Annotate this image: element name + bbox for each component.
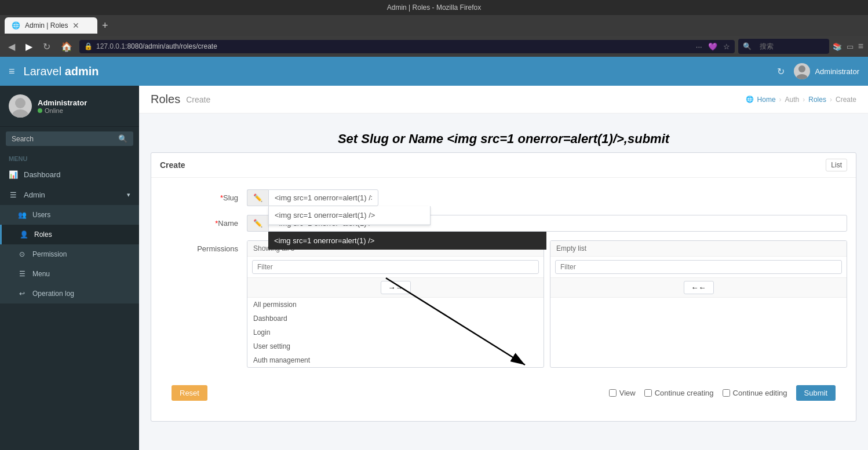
svg-point-0 bbox=[798, 65, 805, 72]
browser-new-tab-button[interactable]: + bbox=[100, 20, 111, 32]
sidebar-item-menu[interactable]: ☰ Menu bbox=[0, 264, 139, 284]
view-checkbox[interactable] bbox=[609, 389, 617, 397]
operation-log-icon: ↩ bbox=[17, 290, 27, 298]
slug-input-group: ✏️ <img src=1 onerror=alert(1) /> bbox=[247, 189, 847, 206]
perm-item-auth-management[interactable]: Auth management bbox=[247, 353, 544, 367]
browser-pocket-icon[interactable]: 💜 bbox=[708, 42, 717, 51]
sidebar-item-label-menu: Menu bbox=[32, 270, 50, 278]
sidebar-search-icon: 🔍 bbox=[118, 134, 127, 143]
sidebar-item-label-operation-log: Operation log bbox=[32, 290, 74, 298]
sidebar-item-operation-log[interactable]: ↩ Operation log bbox=[0, 284, 139, 303]
browser-minimize[interactable]: ─ bbox=[829, 0, 834, 1]
browser-back-button[interactable]: ◀ bbox=[5, 40, 19, 53]
browser-url-path: :8080/admin/auth/roles/create bbox=[125, 42, 217, 50]
permissions-form-group: Permissions Showing all 5 →→ bbox=[160, 240, 847, 368]
permissions-right-filter-input[interactable] bbox=[555, 260, 842, 274]
continue-creating-checkbox[interactable] bbox=[644, 389, 652, 397]
perm-item-dashboard[interactable]: Dashboard bbox=[247, 312, 544, 325]
content-body: Create List *Slug ✏️ bbox=[139, 152, 868, 433]
users-icon: 👥 bbox=[17, 211, 27, 219]
dashboard-icon: 📊 bbox=[9, 170, 18, 179]
sidebar-item-dashboard[interactable]: 📊 Dashboard bbox=[0, 164, 139, 185]
slug-autocomplete-item-1[interactable]: <img src=1 onerror=alert(1) /> bbox=[269, 206, 430, 225]
move-left-button[interactable]: ←← bbox=[684, 281, 714, 294]
breadcrumb-home-icon: 🌐 bbox=[746, 96, 754, 103]
sidebar-search-wrap[interactable]: 🔍 bbox=[6, 131, 133, 146]
app-logo-light: Laravel bbox=[24, 65, 62, 78]
view-checkbox-wrap: View bbox=[609, 389, 636, 397]
browser-bookmark-dots[interactable]: ··· bbox=[696, 42, 702, 51]
browser-chrome: Admin | Roles - Mozilla Firefox ─ □ ✕ 🌐 … bbox=[0, 0, 868, 57]
submit-button[interactable]: Submit bbox=[796, 385, 836, 401]
breadcrumb-roles[interactable]: Roles bbox=[808, 96, 826, 104]
browser-tab-favicon: 🌐 bbox=[12, 21, 20, 30]
name-form-group: *Name ✏️ <img src=1 onerror=alert(1) /> bbox=[160, 215, 847, 232]
slug-autocomplete-dropdown: <img src=1 onerror=alert(1) /> bbox=[268, 206, 431, 225]
continue-editing-checkbox[interactable] bbox=[723, 389, 730, 397]
permissions-left-filter-input[interactable] bbox=[252, 260, 539, 274]
browser-maximize[interactable]: □ bbox=[843, 0, 847, 1]
sidebar-item-roles[interactable]: 👤 Roles bbox=[0, 225, 139, 244]
browser-toolbar-icons: 📚 ▭ ≡ bbox=[833, 41, 863, 52]
perm-item-user-setting[interactable]: User setting bbox=[247, 339, 544, 353]
browser-sidebar-icon[interactable]: ▭ bbox=[847, 42, 854, 51]
permissions-move-right-actions: →→ bbox=[247, 278, 544, 298]
sidebar-item-users[interactable]: 👥 Users bbox=[0, 205, 139, 225]
breadcrumb-home[interactable]: Home bbox=[757, 96, 776, 104]
browser-home-button[interactable]: 🏠 bbox=[57, 40, 76, 53]
browser-forward-button[interactable]: ▶ bbox=[22, 40, 36, 53]
list-button[interactable]: List bbox=[826, 159, 847, 171]
svg-point-2 bbox=[15, 98, 25, 108]
card-title: Create bbox=[160, 160, 185, 170]
browser-address-bar[interactable]: 🔒 127.0.0.1:8080/admin/auth/roles/create… bbox=[79, 40, 735, 53]
browser-lock-icon: 🔒 bbox=[84, 42, 93, 50]
name-label: *Name bbox=[160, 215, 247, 228]
header-avatar bbox=[794, 63, 810, 79]
perm-item-login[interactable]: Login bbox=[247, 325, 544, 339]
permissions-move-left-actions: ←← bbox=[550, 278, 847, 298]
sidebar-sub-admin: 👥 Users 👤 Roles ⊙ Permission ☰ Menu ↩ Op… bbox=[0, 205, 139, 303]
slug-addon-icon: ✏️ bbox=[247, 189, 268, 206]
form-footer: Reset View Continue creating Contin bbox=[160, 376, 847, 409]
browser-tab-close[interactable]: ✕ bbox=[72, 21, 79, 30]
perm-item-all[interactable]: All permission bbox=[247, 298, 544, 312]
view-label: View bbox=[619, 389, 636, 397]
browser-close[interactable]: ✕ bbox=[856, 0, 862, 1]
breadcrumb-sep-1: › bbox=[779, 96, 782, 104]
card-body: *Slug ✏️ <img src=1 onerror=alert(1) /> bbox=[151, 178, 856, 421]
slug-input[interactable] bbox=[268, 189, 378, 206]
browser-library-icon[interactable]: 📚 bbox=[833, 42, 842, 51]
browser-search-area[interactable]: 🔍 bbox=[738, 39, 829, 54]
sidebar-avatar bbox=[9, 94, 32, 118]
name-autocomplete-selected[interactable]: <img src=1 onerror=alert(1) /> bbox=[268, 232, 546, 250]
user-menu[interactable]: Administrator bbox=[794, 63, 859, 79]
browser-titlebar: Admin | Roles - Mozilla Firefox ─ □ ✕ bbox=[0, 0, 868, 15]
browser-tabs: 🌐 Admin | Roles ✕ + bbox=[0, 15, 868, 36]
continue-editing-checkbox-wrap: Continue editing bbox=[723, 389, 787, 397]
sidebar-item-admin[interactable]: ☰ Admin ▾ bbox=[0, 185, 139, 205]
main-content: Roles Create 🌐 Home › Auth › Roles › Cre… bbox=[139, 86, 868, 450]
app-header: ≡ Laravel admin ↻ Administrator bbox=[0, 57, 868, 86]
sidebar-status: Online bbox=[38, 107, 87, 114]
refresh-icon[interactable]: ↻ bbox=[777, 66, 785, 77]
reset-button[interactable]: Reset bbox=[172, 385, 207, 401]
sidebar-toggle-icon[interactable]: ≡ bbox=[9, 65, 15, 78]
sidebar-search-input[interactable] bbox=[12, 135, 115, 143]
browser-search-input[interactable] bbox=[755, 41, 825, 52]
permissions-left-panel: Showing all 5 →→ All permission Dashboar… bbox=[247, 240, 544, 368]
browser-menu-icon[interactable]: ≡ bbox=[858, 41, 863, 52]
move-right-button[interactable]: →→ bbox=[381, 281, 411, 294]
browser-star-icon[interactable]: ☆ bbox=[723, 42, 730, 51]
page-subtitle: Create bbox=[186, 95, 210, 104]
continue-creating-checkbox-wrap: Continue creating bbox=[644, 389, 714, 397]
browser-toolbar: ◀ ▶ ↻ 🏠 🔒 127.0.0.1:8080/admin/auth/role… bbox=[0, 36, 868, 57]
permissions-right-header: Empty list bbox=[550, 241, 847, 257]
permission-icon: ⊙ bbox=[17, 250, 27, 258]
header-username: Administrator bbox=[815, 67, 859, 76]
browser-reload-button[interactable]: ↻ bbox=[39, 40, 54, 53]
browser-tab-label: Admin | Roles bbox=[25, 21, 68, 30]
breadcrumb-auth: Auth bbox=[785, 96, 800, 104]
browser-tab-active[interactable]: 🌐 Admin | Roles ✕ bbox=[5, 17, 97, 34]
permissions-left-list: All permission Dashboard Login User sett… bbox=[247, 298, 544, 367]
sidebar-item-permission[interactable]: ⊙ Permission bbox=[0, 244, 139, 264]
